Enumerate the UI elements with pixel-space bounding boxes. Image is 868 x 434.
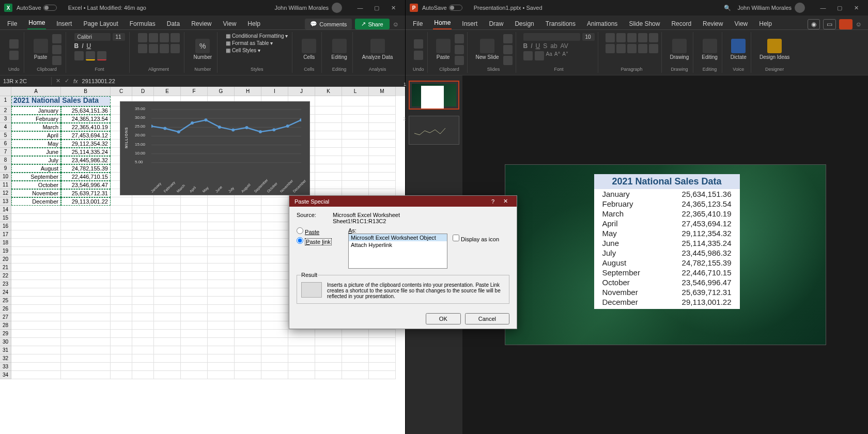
justify-icon[interactable] [638,44,647,53]
undo-icon[interactable] [9,39,19,49]
maximize-button[interactable]: ▢ [369,3,384,13]
font-color-icon-ppt[interactable] [535,51,544,60]
as-option-1[interactable]: Microsoft Excel Worksheet Object [349,234,447,241]
editing-button-ppt[interactable]: Editing [701,38,719,61]
highlight-icon[interactable]: AV [561,42,568,50]
maximize-button-ppt[interactable]: ▢ [832,3,847,13]
linked-excel-object[interactable]: 2021 National Sales Data January25,634,1… [594,174,740,309]
format-painter-icon[interactable] [52,56,61,65]
ppt-tab-transitions[interactable]: Transitions [545,18,577,29]
fill-color-icon[interactable] [86,51,95,60]
fx-icon[interactable]: fx [73,78,78,84]
bullets-icon[interactable] [606,33,615,42]
share-button[interactable]: ↗ Share [355,19,389,29]
section-icon[interactable] [503,56,513,65]
ppt-tab-draw[interactable]: Draw [488,18,504,29]
undo-icon-ppt[interactable] [414,39,423,49]
autosave-toggle[interactable] [43,5,57,11]
font-color-icon[interactable] [97,51,106,60]
avatar[interactable] [332,3,342,13]
paste-radio[interactable]: Paste [297,227,343,235]
indent-inc-icon[interactable] [638,33,647,42]
thumb-slide-1[interactable]: 1 [409,81,459,110]
format-painter-icon-ppt[interactable] [455,56,464,65]
ok-button[interactable]: OK [426,313,461,324]
comments-button[interactable]: 💬 Comments [305,19,352,29]
drawing-button[interactable]: Drawing [669,38,690,61]
number-format-button[interactable]: %Number [193,38,213,61]
dialog-help-icon[interactable]: ? [487,198,499,205]
redo-icon[interactable] [9,51,19,60]
slide-1[interactable]: 2021 National Sales Data January25,634,1… [505,164,826,345]
as-listbox[interactable]: Microsoft Excel Worksheet Object Attach … [348,234,447,269]
shadow-icon[interactable]: ab [550,42,557,50]
ppt-tab-insert[interactable]: Insert [461,18,478,29]
smiley-icon[interactable]: ☺ [393,21,399,28]
numbering-icon[interactable] [616,33,626,42]
ppt-font-size[interactable]: 10 [582,33,595,41]
tab-review[interactable]: Review [190,18,212,29]
layout-icon[interactable] [503,34,513,43]
ppt-tab-view[interactable]: View [733,18,749,29]
search-icon[interactable]: 🔍 [724,5,731,11]
as-option-2[interactable]: Attach Hyperlink [349,241,447,249]
format-table-button[interactable]: ▦ Format as Table ▾ [226,40,273,46]
ppt-tab-design[interactable]: Design [514,18,535,29]
bold-icon-ppt[interactable]: B [523,42,528,50]
display-icon-checkbox[interactable]: Display as icon [453,236,499,242]
line-spacing-icon[interactable] [649,33,658,42]
ppt-tab-review[interactable]: Review [702,18,724,29]
font-size-select[interactable]: 11 [113,33,125,41]
close-button-ppt[interactable]: ✕ [848,3,864,13]
align-center-icon-ppt[interactable] [616,44,626,53]
smiley-icon-ppt[interactable]: ☺ [856,21,862,28]
close-button[interactable]: ✕ [385,3,401,13]
ppt-tab-record[interactable]: Record [670,18,692,29]
italic-icon-ppt[interactable]: I [531,42,532,50]
design-ideas-button[interactable]: Design Ideas [758,38,791,61]
tab-page-layout[interactable]: Page Layout [82,18,119,29]
cancel-button[interactable]: Cancel [465,313,509,324]
border-icon[interactable] [74,51,84,60]
align-right-icon[interactable] [160,44,169,53]
dialog-close-icon[interactable]: ✕ [499,198,512,205]
align-left-icon[interactable] [138,44,147,53]
cut-icon-ppt[interactable] [455,34,464,43]
clear-format-icon[interactable] [523,51,533,60]
cells-button[interactable]: Cells [301,38,317,61]
cell-styles-button[interactable]: ▦ Cell Styles ▾ [226,48,260,53]
new-slide-button[interactable]: New Slide [475,38,500,61]
paste-button-ppt[interactable]: Paste [435,38,452,61]
copy-icon-ppt[interactable] [455,45,464,54]
editing-button[interactable]: Editing [330,38,348,61]
copy-icon[interactable] [52,45,61,54]
merge-icon[interactable] [171,44,180,53]
formula-bar[interactable]: 29113001.22 [82,78,115,84]
avatar-ppt[interactable] [795,3,805,13]
reset-icon[interactable] [503,45,513,54]
camera-icon[interactable]: ◉ [808,19,820,29]
align-left-icon-ppt[interactable] [606,44,615,53]
underline-icon[interactable]: U [87,42,91,50]
align-mid-icon[interactable] [149,33,158,42]
tab-insert[interactable]: Insert [55,18,73,29]
cut-icon[interactable] [52,34,61,43]
embedded-chart[interactable]: MILLIONS 5.0010.0015.0020.0025.0030.0035… [120,101,310,195]
ppt-tab-file[interactable]: File [412,18,424,29]
tab-help[interactable]: Help [246,18,261,29]
slide-canvas[interactable]: 2021 National Sales Data January25,634,1… [462,75,868,434]
autosave-toggle-ppt[interactable] [449,5,462,11]
columns-icon[interactable] [649,44,658,53]
ppt-tab-animations[interactable]: Animations [586,18,618,29]
cancel-fx-icon[interactable]: ✕ [56,78,60,84]
record-button[interactable] [839,19,853,29]
minimize-button[interactable]: — [352,3,368,13]
ppt-doc-name[interactable]: Presentation1.pptx • Saved [474,5,542,11]
ppt-tab-help[interactable]: Help [758,18,773,29]
align-bot-icon[interactable] [160,33,169,42]
strike-icon[interactable]: S [543,42,547,50]
italic-icon[interactable]: I [82,42,83,50]
align-top-icon[interactable] [138,33,147,42]
tab-view[interactable]: View [222,18,238,29]
align-center-icon[interactable] [149,44,158,53]
